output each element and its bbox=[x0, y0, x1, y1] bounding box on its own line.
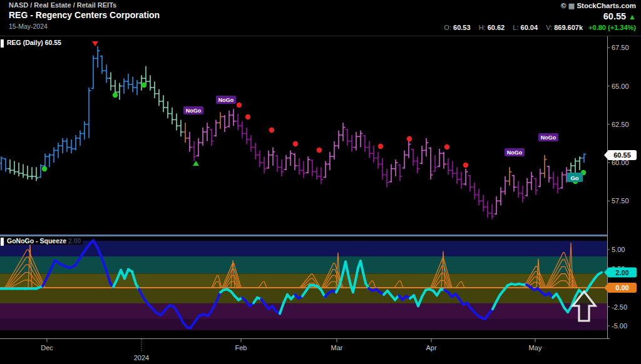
nogo-badge-text: NoGo bbox=[218, 97, 234, 103]
squeeze-tick-label: -5.00 bbox=[612, 322, 627, 330]
squeeze-value-text: 2.00 bbox=[68, 237, 81, 245]
nogo-continuation-dot bbox=[463, 163, 468, 168]
x-axis-month-label: Feb bbox=[235, 344, 247, 351]
price-tick-label: 65.00 bbox=[612, 83, 629, 90]
go-badge-text: Go bbox=[570, 174, 578, 181]
squeeze-value-badge-text: 2.00 bbox=[615, 269, 628, 276]
nogo-continuation-dot bbox=[245, 114, 250, 119]
go-continuation-dot bbox=[42, 166, 47, 171]
squeeze-panel-cursor bbox=[1, 238, 4, 246]
squeeze-band bbox=[0, 303, 607, 319]
price-tick-label: 57.50 bbox=[612, 197, 629, 205]
countertrend-down-triangle bbox=[92, 41, 98, 46]
nogo-badge-text: NoGo bbox=[186, 108, 202, 114]
price-tick-label: 67.50 bbox=[612, 44, 629, 51]
stockcharts-chart-page: NASD / Real Estate / Retail REITs REG - … bbox=[0, 0, 641, 364]
x-axis-month-label: Mar bbox=[331, 344, 343, 351]
price-tick-label: 62.50 bbox=[612, 121, 629, 128]
countertrend-up-triangle bbox=[193, 161, 199, 166]
nogo-continuation-dot bbox=[444, 144, 449, 149]
x-axis-year-label: 2024 bbox=[134, 354, 149, 361]
x-axis-month-label: Apr bbox=[426, 344, 436, 351]
nogo-continuation-dot bbox=[237, 103, 242, 108]
nogo-badge-text: NoGo bbox=[541, 134, 556, 141]
squeeze-tick-label: -2.50 bbox=[612, 303, 627, 311]
panel-separator bbox=[0, 235, 607, 236]
nogo-continuation-dot bbox=[293, 141, 298, 146]
main-panel-cursor bbox=[1, 39, 4, 48]
squeeze-band bbox=[0, 256, 607, 273]
nogo-continuation-dot bbox=[269, 128, 274, 133]
chart-svg: 67.5065.0062.5060.0057.50NoGoNoGoNoGoNoG… bbox=[0, 0, 641, 364]
nogo-continuation-dot bbox=[407, 136, 412, 141]
last-price-badge-text: 60.55 bbox=[613, 151, 631, 159]
x-axis-month-label: May bbox=[529, 344, 542, 351]
x-axis-month-label: Dec bbox=[41, 344, 53, 351]
squeeze-panel-label: GoNoGo - Squeeze 2.00 bbox=[5, 237, 83, 245]
main-panel-label: REG (Daily) 60.55 bbox=[5, 39, 63, 46]
nogo-continuation-dot bbox=[317, 148, 322, 153]
nogo-badge-text: NoGo bbox=[507, 149, 523, 156]
go-continuation-dot bbox=[113, 93, 118, 98]
squeeze-zero-badge-text: 0.00 bbox=[615, 284, 628, 291]
squeeze-band bbox=[0, 319, 607, 330]
nogo-continuation-dot bbox=[378, 144, 383, 149]
price-ohlc-bars bbox=[0, 46, 586, 220]
go-continuation-dot bbox=[141, 83, 146, 88]
squeeze-tick-label: 5.00 bbox=[612, 246, 625, 253]
squeeze-label-text: GoNoGo - Squeeze bbox=[7, 237, 66, 245]
